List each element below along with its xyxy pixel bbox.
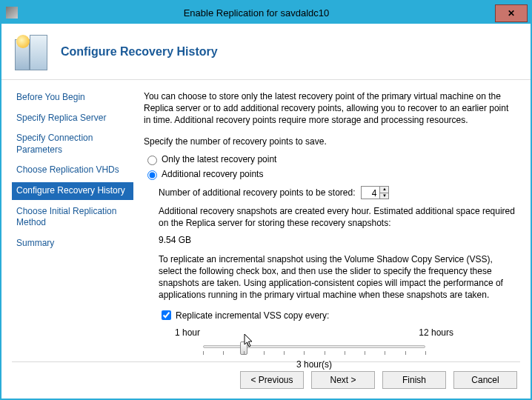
- slider-track[interactable]: [203, 341, 425, 356]
- cancel-button[interactable]: Cancel: [453, 371, 517, 389]
- page-title: Configure Recovery History: [61, 45, 218, 59]
- vss-checkbox[interactable]: [162, 310, 171, 320]
- sidebar: Before You Begin Specify Replica Server …: [1, 80, 136, 361]
- next-button-label: Next >: [330, 375, 356, 385]
- radio-additional-points-label: Additional recovery points: [162, 168, 263, 180]
- stepper-down-icon[interactable]: ▼: [380, 193, 388, 199]
- prompt-text: Specify the number of recovery points to…: [144, 136, 516, 147]
- sidebar-item-label: Specify Connection Parameters: [16, 133, 93, 155]
- finish-button-label: Finish: [402, 375, 426, 385]
- slider-min-label: 1 hour: [175, 327, 200, 339]
- header: Configure Recovery History: [1, 24, 531, 80]
- storage-size-text: 9.54 GB: [159, 234, 516, 246]
- previous-button-label: < Previous: [250, 375, 293, 385]
- sidebar-item-choose-initial-replication-method[interactable]: Choose Initial Replication Method: [12, 203, 133, 232]
- radio-only-latest[interactable]: Only the latest recovery point: [144, 153, 516, 165]
- sidebar-item-specify-replica-server[interactable]: Specify Replica Server: [12, 110, 133, 127]
- close-button[interactable]: ✕: [495, 4, 528, 22]
- sidebar-item-label: Configure Recovery History: [16, 185, 125, 196]
- recovery-points-row: Number of additional recovery points to …: [159, 186, 516, 199]
- sidebar-item-choose-replication-vhds[interactable]: Choose Replication VHDs: [12, 161, 133, 179]
- recovery-points-label: Number of additional recovery points to …: [159, 187, 355, 199]
- window-icon: [6, 7, 18, 19]
- titlebar: Enable Replication for savdaldc10 ✕: [1, 1, 531, 24]
- sidebar-item-label: Specify Replica Server: [16, 113, 106, 123]
- slider-bar: [203, 345, 425, 348]
- window-title: Enable Replication for savdaldc10: [18, 7, 495, 19]
- radio-additional-points-input[interactable]: [147, 170, 157, 180]
- sidebar-item-label: Choose Replication VHDs: [16, 164, 119, 175]
- sidebar-item-configure-recovery-history[interactable]: Configure Recovery History: [12, 182, 133, 200]
- vss-slider: 1 hour 12 hours 3 hour(s): [173, 327, 455, 370]
- sidebar-item-label: Choose Initial Replication Method: [16, 206, 116, 228]
- body: Before You Begin Specify Replica Server …: [1, 80, 531, 361]
- previous-button[interactable]: < Previous: [240, 371, 304, 389]
- sidebar-item-specify-connection-parameters[interactable]: Specify Connection Parameters: [12, 130, 133, 159]
- main-content: You can choose to store only the latest …: [136, 80, 531, 361]
- slider-value-label: 3 hour(s): [173, 359, 455, 370]
- radio-additional-points[interactable]: Additional recovery points: [144, 168, 516, 180]
- sidebar-item-summary[interactable]: Summary: [12, 235, 133, 253]
- finish-button[interactable]: Finish: [382, 371, 446, 389]
- vss-description: To replicate an incremental snapshot usi…: [159, 253, 516, 301]
- vss-checkbox-row[interactable]: Replicate incremental VSS copy every:: [159, 308, 516, 322]
- next-button[interactable]: Next >: [311, 371, 375, 389]
- cancel-button-label: Cancel: [471, 375, 499, 385]
- radio-only-latest-input[interactable]: [147, 156, 157, 165]
- radio-only-latest-label: Only the latest recovery point: [162, 153, 276, 165]
- storage-estimate-text: Additional recovery snapshots are create…: [159, 205, 516, 229]
- wizard-icon: [12, 33, 49, 70]
- stepper-up-icon[interactable]: ▲: [380, 187, 388, 193]
- sidebar-item-before-you-begin[interactable]: Before You Begin: [12, 89, 133, 107]
- close-icon: ✕: [508, 8, 515, 19]
- sidebar-item-label: Before You Begin: [16, 92, 85, 102]
- sidebar-item-label: Summary: [16, 238, 54, 248]
- intro-text: You can choose to store only the latest …: [144, 90, 516, 127]
- recovery-points-value[interactable]: 4: [362, 187, 379, 199]
- vss-checkbox-label: Replicate incremental VSS copy every:: [176, 310, 329, 321]
- recovery-points-stepper[interactable]: 4 ▲ ▼: [361, 186, 389, 199]
- slider-max-label: 12 hours: [419, 327, 453, 339]
